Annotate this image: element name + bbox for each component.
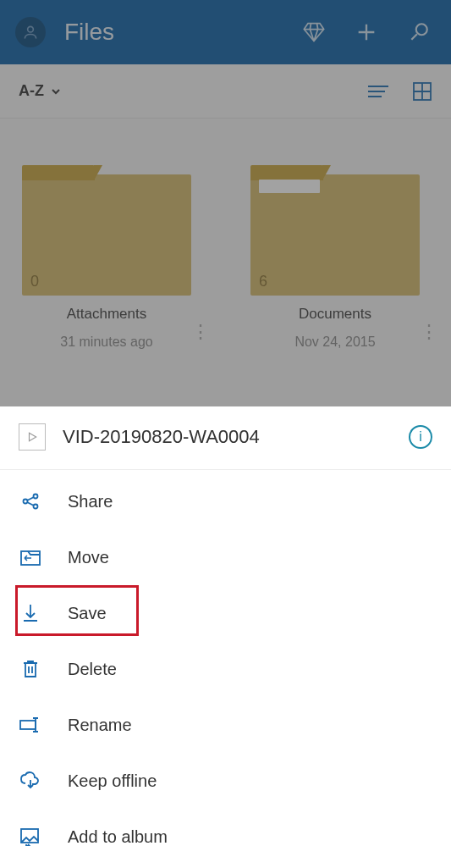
info-button[interactable]: i bbox=[409, 425, 432, 449]
cloud-download-icon bbox=[19, 771, 42, 790]
menu-label: Delete bbox=[68, 660, 117, 679]
menu-list: Share Move Save bbox=[0, 470, 451, 868]
info-icon: i bbox=[419, 429, 422, 445]
rename-icon bbox=[19, 716, 42, 733]
sheet-header: VID-20190820-WA0004 i bbox=[0, 423, 451, 470]
menu-label: Keep offline bbox=[68, 771, 157, 791]
save-item[interactable]: Save bbox=[0, 585, 451, 641]
move-icon bbox=[19, 548, 41, 567]
play-icon bbox=[26, 431, 38, 443]
rename-item[interactable]: Rename bbox=[0, 697, 451, 753]
delete-item[interactable]: Delete bbox=[0, 641, 451, 697]
share-icon bbox=[20, 491, 41, 511]
menu-label: Save bbox=[68, 604, 107, 623]
video-thumbnail bbox=[19, 423, 46, 451]
menu-label: Move bbox=[68, 548, 109, 567]
add-to-album-item[interactable]: Add to album bbox=[0, 809, 451, 865]
keep-offline-item[interactable]: Keep offline bbox=[0, 753, 451, 809]
download-icon bbox=[21, 603, 40, 623]
svg-rect-7 bbox=[20, 721, 36, 729]
share-item[interactable]: Share bbox=[0, 473, 451, 529]
modal-overlay[interactable] bbox=[0, 0, 451, 406]
album-icon bbox=[19, 827, 41, 846]
menu-label: Add to album bbox=[68, 827, 168, 847]
move-item[interactable]: Move bbox=[0, 529, 451, 585]
menu-label: Rename bbox=[68, 716, 132, 735]
trash-icon bbox=[21, 659, 40, 679]
action-sheet: VID-20190820-WA0004 i Share Move bbox=[0, 406, 451, 868]
sheet-title: VID-20190820-WA0004 bbox=[63, 426, 392, 448]
menu-label: Share bbox=[68, 492, 113, 511]
